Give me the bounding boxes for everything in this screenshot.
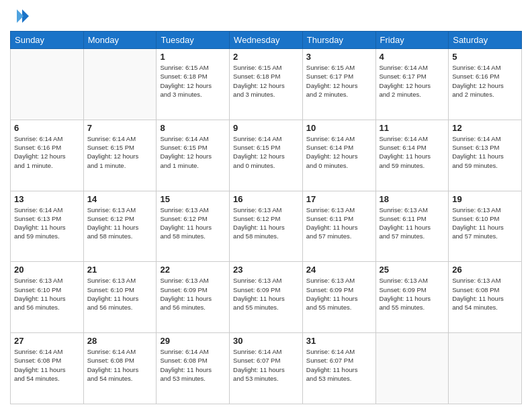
day-number: 21 <box>87 265 153 275</box>
day-number: 19 <box>452 194 518 204</box>
day-number: 22 <box>160 265 226 275</box>
calendar-cell <box>11 49 84 120</box>
calendar-cell: 22Sunrise: 6:13 AM Sunset: 6:09 PM Dayli… <box>157 262 230 333</box>
day-info: Sunrise: 6:15 AM Sunset: 6:18 PM Dayligh… <box>233 63 299 99</box>
day-info: Sunrise: 6:14 AM Sunset: 6:16 PM Dayligh… <box>452 63 518 99</box>
day-info: Sunrise: 6:14 AM Sunset: 6:16 PM Dayligh… <box>14 134 80 170</box>
day-info: Sunrise: 6:13 AM Sunset: 6:12 PM Dayligh… <box>233 205 299 241</box>
calendar-cell: 13Sunrise: 6:14 AM Sunset: 6:13 PM Dayli… <box>11 191 84 262</box>
calendar-cell: 24Sunrise: 6:13 AM Sunset: 6:09 PM Dayli… <box>302 262 375 333</box>
day-info: Sunrise: 6:14 AM Sunset: 6:15 PM Dayligh… <box>160 134 226 170</box>
calendar-cell: 11Sunrise: 6:14 AM Sunset: 6:14 PM Dayli… <box>375 120 449 191</box>
weekday-header-row: SundayMondayTuesdayWednesdayThursdayFrid… <box>11 32 522 49</box>
day-number: 23 <box>233 265 299 275</box>
day-number: 5 <box>452 52 518 62</box>
weekday-header-tuesday: Tuesday <box>157 32 230 49</box>
calendar-week-2: 13Sunrise: 6:14 AM Sunset: 6:13 PM Dayli… <box>11 191 522 262</box>
logo-icon <box>10 7 29 26</box>
calendar-cell: 7Sunrise: 6:14 AM Sunset: 6:15 PM Daylig… <box>83 120 157 191</box>
day-info: Sunrise: 6:14 AM Sunset: 6:08 PM Dayligh… <box>160 347 226 383</box>
page: SundayMondayTuesdayWednesdayThursdayFrid… <box>0 0 532 411</box>
calendar-cell: 19Sunrise: 6:13 AM Sunset: 6:10 PM Dayli… <box>449 191 522 262</box>
day-info: Sunrise: 6:13 AM Sunset: 6:10 PM Dayligh… <box>14 276 80 312</box>
day-number: 17 <box>306 194 372 204</box>
day-number: 6 <box>14 123 80 133</box>
logo <box>10 7 32 26</box>
day-number: 2 <box>233 52 299 62</box>
day-info: Sunrise: 6:13 AM Sunset: 6:12 PM Dayligh… <box>87 205 153 241</box>
day-number: 28 <box>87 336 153 346</box>
calendar-cell <box>83 49 157 120</box>
calendar-cell: 28Sunrise: 6:14 AM Sunset: 6:08 PM Dayli… <box>83 333 157 404</box>
weekday-header-friday: Friday <box>375 32 449 49</box>
calendar-cell: 2Sunrise: 6:15 AM Sunset: 6:18 PM Daylig… <box>230 49 303 120</box>
day-number: 12 <box>452 123 518 133</box>
calendar-table: SundayMondayTuesdayWednesdayThursdayFrid… <box>10 31 522 404</box>
calendar-cell: 9Sunrise: 6:14 AM Sunset: 6:15 PM Daylig… <box>230 120 303 191</box>
day-number: 7 <box>87 123 153 133</box>
day-number: 18 <box>380 194 445 204</box>
day-number: 10 <box>306 123 372 133</box>
calendar-week-1: 6Sunrise: 6:14 AM Sunset: 6:16 PM Daylig… <box>11 120 522 191</box>
calendar-cell: 8Sunrise: 6:14 AM Sunset: 6:15 PM Daylig… <box>157 120 230 191</box>
calendar-cell: 29Sunrise: 6:14 AM Sunset: 6:08 PM Dayli… <box>157 333 230 404</box>
day-number: 16 <box>233 194 299 204</box>
day-number: 20 <box>14 265 80 275</box>
day-info: Sunrise: 6:15 AM Sunset: 6:18 PM Dayligh… <box>160 63 226 99</box>
day-info: Sunrise: 6:14 AM Sunset: 6:15 PM Dayligh… <box>87 134 153 170</box>
day-info: Sunrise: 6:13 AM Sunset: 6:09 PM Dayligh… <box>160 276 226 312</box>
day-number: 1 <box>160 52 226 62</box>
day-info: Sunrise: 6:14 AM Sunset: 6:07 PM Dayligh… <box>306 347 372 383</box>
calendar-cell <box>375 333 449 404</box>
day-info: Sunrise: 6:13 AM Sunset: 6:09 PM Dayligh… <box>306 276 372 312</box>
calendar-cell: 12Sunrise: 6:14 AM Sunset: 6:13 PM Dayli… <box>449 120 522 191</box>
day-number: 24 <box>306 265 372 275</box>
calendar-cell <box>449 333 522 404</box>
day-info: Sunrise: 6:14 AM Sunset: 6:14 PM Dayligh… <box>380 134 445 170</box>
day-number: 14 <box>87 194 153 204</box>
calendar-cell: 4Sunrise: 6:14 AM Sunset: 6:17 PM Daylig… <box>375 49 449 120</box>
weekday-header-thursday: Thursday <box>302 32 375 49</box>
day-info: Sunrise: 6:14 AM Sunset: 6:13 PM Dayligh… <box>452 134 518 170</box>
day-number: 15 <box>160 194 226 204</box>
day-number: 27 <box>14 336 80 346</box>
day-info: Sunrise: 6:13 AM Sunset: 6:09 PM Dayligh… <box>380 276 445 312</box>
calendar-cell: 5Sunrise: 6:14 AM Sunset: 6:16 PM Daylig… <box>449 49 522 120</box>
day-number: 9 <box>233 123 299 133</box>
calendar-cell: 6Sunrise: 6:14 AM Sunset: 6:16 PM Daylig… <box>11 120 84 191</box>
calendar-week-0: 1Sunrise: 6:15 AM Sunset: 6:18 PM Daylig… <box>11 49 522 120</box>
calendar-cell: 18Sunrise: 6:13 AM Sunset: 6:11 PM Dayli… <box>375 191 449 262</box>
calendar-cell: 23Sunrise: 6:13 AM Sunset: 6:09 PM Dayli… <box>230 262 303 333</box>
weekday-header-saturday: Saturday <box>449 32 522 49</box>
calendar-cell: 20Sunrise: 6:13 AM Sunset: 6:10 PM Dayli… <box>11 262 84 333</box>
weekday-header-sunday: Sunday <box>11 32 84 49</box>
day-number: 25 <box>380 265 445 275</box>
calendar-cell: 1Sunrise: 6:15 AM Sunset: 6:18 PM Daylig… <box>157 49 230 120</box>
calendar-cell: 27Sunrise: 6:14 AM Sunset: 6:08 PM Dayli… <box>11 333 84 404</box>
day-info: Sunrise: 6:14 AM Sunset: 6:17 PM Dayligh… <box>380 63 445 99</box>
calendar-cell: 31Sunrise: 6:14 AM Sunset: 6:07 PM Dayli… <box>302 333 375 404</box>
day-info: Sunrise: 6:14 AM Sunset: 6:07 PM Dayligh… <box>233 347 299 383</box>
day-number: 11 <box>380 123 445 133</box>
day-info: Sunrise: 6:14 AM Sunset: 6:13 PM Dayligh… <box>14 205 80 241</box>
calendar-cell: 21Sunrise: 6:13 AM Sunset: 6:10 PM Dayli… <box>83 262 157 333</box>
day-info: Sunrise: 6:13 AM Sunset: 6:08 PM Dayligh… <box>452 276 518 312</box>
calendar-cell: 15Sunrise: 6:13 AM Sunset: 6:12 PM Dayli… <box>157 191 230 262</box>
calendar-cell: 17Sunrise: 6:13 AM Sunset: 6:11 PM Dayli… <box>302 191 375 262</box>
day-info: Sunrise: 6:14 AM Sunset: 6:08 PM Dayligh… <box>14 347 80 383</box>
calendar-cell: 30Sunrise: 6:14 AM Sunset: 6:07 PM Dayli… <box>230 333 303 404</box>
calendar-week-4: 27Sunrise: 6:14 AM Sunset: 6:08 PM Dayli… <box>11 333 522 404</box>
day-info: Sunrise: 6:13 AM Sunset: 6:11 PM Dayligh… <box>380 205 445 241</box>
day-number: 4 <box>380 52 445 62</box>
day-number: 26 <box>452 265 518 275</box>
day-number: 8 <box>160 123 226 133</box>
day-number: 3 <box>306 52 372 62</box>
day-info: Sunrise: 6:15 AM Sunset: 6:17 PM Dayligh… <box>306 63 372 99</box>
day-number: 13 <box>14 194 80 204</box>
calendar-cell: 14Sunrise: 6:13 AM Sunset: 6:12 PM Dayli… <box>83 191 157 262</box>
day-number: 29 <box>160 336 226 346</box>
day-info: Sunrise: 6:14 AM Sunset: 6:08 PM Dayligh… <box>87 347 153 383</box>
day-info: Sunrise: 6:14 AM Sunset: 6:15 PM Dayligh… <box>233 134 299 170</box>
day-info: Sunrise: 6:14 AM Sunset: 6:14 PM Dayligh… <box>306 134 372 170</box>
calendar-cell: 16Sunrise: 6:13 AM Sunset: 6:12 PM Dayli… <box>230 191 303 262</box>
